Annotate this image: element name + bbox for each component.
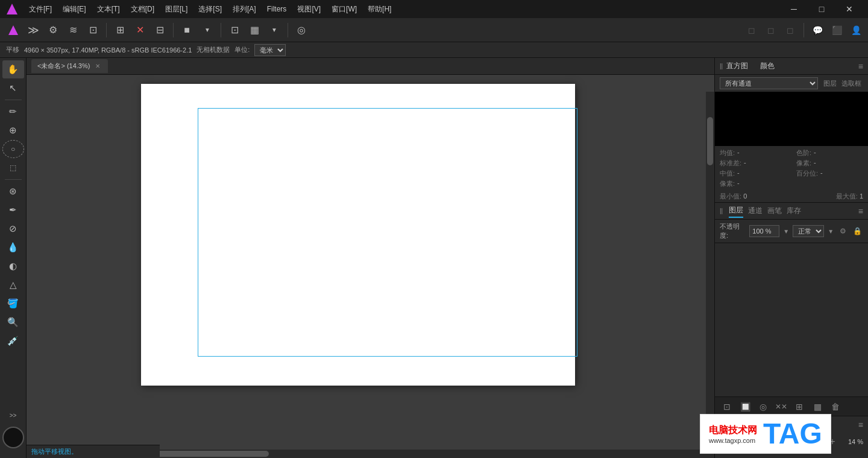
layer-add-adjustment-btn[interactable]: ◎ xyxy=(756,399,770,414)
toolbar-btn-deselect[interactable]: ✕ xyxy=(130,21,149,40)
left-tool-pen[interactable]: ✒ xyxy=(2,201,24,219)
left-tool-brush[interactable]: ✏ xyxy=(2,103,24,121)
layer-delete-btn[interactable]: 🗑 xyxy=(828,399,843,414)
menu-file[interactable]: 文件[F] xyxy=(24,2,57,16)
toolbar-btn-mask-down[interactable]: ▼ xyxy=(198,21,217,40)
menu-edit[interactable]: 编辑[E] xyxy=(58,2,91,16)
toolbar-btn-mask[interactable]: ■ xyxy=(177,21,197,40)
left-toolbar: ✋ ↖ ✏ ⊕ ○ ⬚ ⊛ ✒ ⊘ 💧 ◐ △ 🪣 🔍 💉 >> xyxy=(0,58,27,458)
left-tool-expand[interactable]: >> xyxy=(2,406,24,424)
menu-doc[interactable]: 文档[D] xyxy=(126,2,159,16)
layers-tab-channels[interactable]: 通道 xyxy=(748,205,763,217)
toolbar-chat-icon[interactable]: 💬 xyxy=(809,22,826,39)
toolbar-btn-select[interactable]: ⊞ xyxy=(110,21,130,40)
opacity-arrow[interactable]: ▼ xyxy=(783,228,789,235)
histogram-tab-selection[interactable]: 选取框 xyxy=(840,78,863,89)
blend-select[interactable]: 正常 溶解 变暗 xyxy=(793,225,824,237)
color-swatch[interactable] xyxy=(2,427,24,448)
left-tool-eyedrop[interactable]: 💉 xyxy=(2,332,24,350)
zoom-minus-btn[interactable]: − xyxy=(720,436,731,447)
menu-help[interactable]: 帮助[H] xyxy=(363,2,396,16)
menu-window[interactable]: 窗口[W] xyxy=(327,2,362,16)
toolbar-right-btn3[interactable]: ◻ xyxy=(782,22,799,39)
left-tool-clone[interactable]: ⊛ xyxy=(2,182,24,200)
navigator-menu-icon[interactable]: ≡ xyxy=(858,420,863,430)
titlebar: 文件[F] 编辑[E] 文本[T] 文档[D] 图层[L] 选择[S] 排列[A… xyxy=(0,0,868,18)
histogram-panel: || 直方图 颜色 ≡ 所有通道 亮度 红 绿 蓝 图层 选取框 xyxy=(715,58,868,203)
left-tool-smudge[interactable]: 💧 xyxy=(2,238,24,256)
zoom-slider-thumb[interactable] xyxy=(752,438,760,445)
navigator-tab-nav[interactable]: 导航器 xyxy=(729,419,750,431)
layer-settings-btn[interactable]: ⚙ xyxy=(837,225,848,237)
menu-arrange[interactable]: 排列[A] xyxy=(228,2,261,16)
toolbar-btn-align1[interactable]: ⊡ xyxy=(225,21,244,40)
histogram-title[interactable]: 直方图 xyxy=(726,61,748,71)
menu-select[interactable]: 选择[S] xyxy=(193,2,227,16)
left-tool-eraser[interactable]: ⊘ xyxy=(2,220,24,238)
opacity-input[interactable] xyxy=(749,225,779,237)
toolbar-right-btn2[interactable]: ◻ xyxy=(763,22,779,39)
unit-select[interactable]: 毫米 像素 厘米 xyxy=(254,44,286,56)
blend-arrow[interactable]: ▼ xyxy=(828,228,834,235)
scroll-thumb-v[interactable] xyxy=(707,117,713,165)
left-tool-sep-1 xyxy=(5,100,22,100)
left-tool-lasso[interactable]: ○ xyxy=(2,140,24,158)
toolbar-btn-align2[interactable]: ▦ xyxy=(245,21,264,40)
minimize-button[interactable]: ─ xyxy=(780,0,808,18)
toolbar-btn-align3[interactable]: ▼ xyxy=(265,21,284,40)
left-tool-crop[interactable]: ⊕ xyxy=(2,121,24,139)
layers-tab-layers[interactable]: 图层 xyxy=(729,204,743,218)
navigator-tab-transform[interactable]: 变换 xyxy=(755,419,770,431)
histogram-title2[interactable]: 颜色 xyxy=(760,61,775,71)
left-tool-marquee[interactable]: ⬚ xyxy=(2,159,24,177)
persona-icon[interactable] xyxy=(4,21,23,40)
menu-layer[interactable]: 图层[L] xyxy=(160,2,192,16)
toolbar-group-select: ⊞ ✕ ⊟ xyxy=(110,21,169,40)
canvas-tab-item[interactable]: <未命名> (14.3%) ✕ xyxy=(31,59,108,73)
left-tool-move[interactable]: ✋ xyxy=(2,60,24,78)
toolbar-btn-1[interactable]: ≫ xyxy=(24,21,43,40)
close-button[interactable]: ✕ xyxy=(835,0,863,18)
toolbar-group-main: ≫ ⚙ ≋ ⊡ xyxy=(4,21,102,40)
histogram-menu-icon[interactable]: ≡ xyxy=(858,62,863,71)
menu-text[interactable]: 文本[T] xyxy=(92,2,125,16)
toolbar-btn-circle[interactable]: ◎ xyxy=(292,21,311,40)
navigator-tab-history[interactable]: 历史记录 xyxy=(775,419,804,431)
canvas-scrollbar-vertical[interactable] xyxy=(706,92,714,458)
layer-new-btn[interactable]: ⊞ xyxy=(792,399,807,414)
toolbar-btn-3[interactable]: ≋ xyxy=(63,21,83,40)
left-tool-sharpen[interactable]: △ xyxy=(2,276,24,294)
layers-menu-icon[interactable]: ≡ xyxy=(858,206,863,216)
toolbar-btn-2[interactable]: ⚙ xyxy=(43,21,63,40)
layers-content xyxy=(715,243,868,396)
toolbar-bookmark-icon[interactable]: ⬛ xyxy=(828,22,845,39)
layers-tab-brush[interactable]: 画笔 xyxy=(767,205,782,217)
layer-blend-btn[interactable]: ✕✕ xyxy=(774,399,788,414)
layer-add-group-btn[interactable]: ⊡ xyxy=(720,399,734,414)
toolbar-btn-4[interactable]: ⊡ xyxy=(83,21,102,40)
zoom-plus-btn[interactable]: + xyxy=(827,436,838,447)
toolbar-btn-invert[interactable]: ⊟ xyxy=(150,21,169,40)
toolbar-right-btn1[interactable]: ◻ xyxy=(743,22,760,39)
layers-tab-library[interactable]: 库存 xyxy=(787,205,801,217)
histogram-tab-layers[interactable]: 图层 xyxy=(822,78,838,89)
canvas-viewport[interactable] xyxy=(27,75,714,458)
toolbar-user-icon[interactable]: 👤 xyxy=(848,22,864,39)
layer-lock-btn[interactable]: 🔒 xyxy=(852,225,863,237)
maximize-button[interactable]: □ xyxy=(808,0,835,18)
menu-view[interactable]: 视图[V] xyxy=(292,2,326,16)
zoom-slider[interactable] xyxy=(734,441,823,443)
left-tool-fill[interactable]: 🪣 xyxy=(2,294,24,313)
statusbar-pan-link[interactable]: 平移视图。 xyxy=(45,447,78,456)
layer-duplicate-btn[interactable]: ▦ xyxy=(810,399,825,414)
canvas-tab-close[interactable]: ✕ xyxy=(93,62,102,71)
left-tool-select[interactable]: ↖ xyxy=(2,79,24,97)
layers-panel-header: || 图层 通道 画笔 库存 ≡ xyxy=(715,203,868,220)
zoom-value: 14 % xyxy=(841,438,863,445)
left-tool-zoom[interactable]: 🔍 xyxy=(2,313,24,331)
layer-add-mask-btn[interactable]: 🔲 xyxy=(738,399,752,414)
channel-select[interactable]: 所有通道 亮度 红 绿 蓝 xyxy=(720,77,818,89)
menu-filters[interactable]: Filters xyxy=(262,3,292,15)
left-tool-dodge[interactable]: ◐ xyxy=(2,257,24,275)
scroll-thumb-h[interactable] xyxy=(148,451,269,457)
